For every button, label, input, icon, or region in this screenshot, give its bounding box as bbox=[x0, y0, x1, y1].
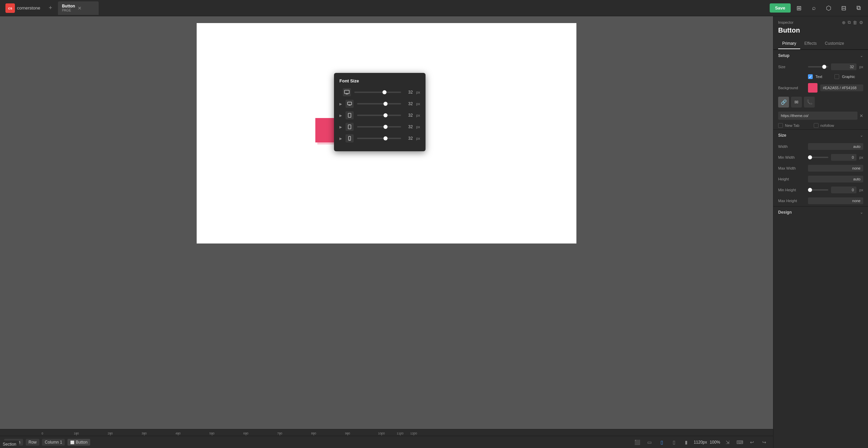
graphic-checkbox-label: Graphic bbox=[842, 75, 855, 79]
font-row-4: ▶ 32 px bbox=[339, 134, 420, 142]
min-width-slider[interactable] bbox=[808, 157, 828, 158]
tab-primary[interactable]: Primary bbox=[778, 38, 800, 49]
inspector-trash-icon-button[interactable]: 🗑 bbox=[853, 20, 857, 25]
text-checkbox[interactable]: ✓ bbox=[808, 74, 813, 79]
breadcrumb-row[interactable]: Row bbox=[26, 439, 39, 446]
font-unit-1: px bbox=[416, 102, 420, 106]
font-slider-thumb-0[interactable] bbox=[382, 90, 387, 94]
code-icon-button[interactable]: ⌨ bbox=[735, 437, 745, 447]
size-slider[interactable] bbox=[808, 66, 828, 67]
size-section-title: Size bbox=[778, 133, 860, 138]
background-label: Background bbox=[778, 86, 805, 90]
sliders-icon-button[interactable]: ⧉ bbox=[852, 1, 865, 15]
font-slider-thumb-4[interactable] bbox=[383, 136, 388, 140]
height-label: Height bbox=[778, 177, 805, 181]
font-row-3: ▶ 32 px bbox=[339, 123, 420, 131]
inspector-add-icon-button[interactable]: ⊕ bbox=[842, 20, 846, 25]
width-value[interactable]: auto bbox=[808, 143, 863, 150]
size-label: Size bbox=[778, 65, 805, 69]
min-height-value[interactable]: 0 bbox=[831, 187, 857, 193]
min-width-slider-thumb[interactable] bbox=[808, 155, 812, 159]
size-section-header[interactable]: Size ⌄ bbox=[773, 129, 868, 141]
min-width-value[interactable]: 0 bbox=[831, 154, 857, 161]
link-type-url-button[interactable]: 🔗 bbox=[778, 97, 789, 108]
canvas-size-label: 1120px bbox=[694, 440, 707, 445]
link-type-email-button[interactable]: ✉ bbox=[791, 97, 802, 108]
background-color-value[interactable]: #EA2A55 / #F54168 bbox=[820, 84, 863, 91]
svg-rect-3 bbox=[349, 105, 351, 105]
svg-rect-1 bbox=[346, 94, 348, 94]
font-slider-2[interactable] bbox=[357, 115, 401, 116]
box-icon-button[interactable]: ⬡ bbox=[822, 1, 835, 15]
size-slider-thumb[interactable] bbox=[822, 65, 826, 69]
font-device-icon-0 bbox=[343, 88, 351, 96]
height-row: Height auto bbox=[773, 174, 868, 184]
background-color-swatch[interactable] bbox=[808, 83, 817, 93]
font-row-0: 32 px bbox=[339, 88, 420, 96]
new-tab-checkbox[interactable] bbox=[778, 123, 783, 128]
device-tablet-button[interactable]: ▯ bbox=[657, 437, 667, 447]
ruler-mark-0: 0 bbox=[41, 432, 43, 435]
setup-section-title: Setup bbox=[778, 53, 860, 58]
font-unit-2: px bbox=[416, 113, 420, 117]
text-graphic-row: ✓ Text Graphic bbox=[773, 72, 868, 81]
layout-icon-button[interactable]: ⊟ bbox=[837, 1, 850, 15]
ruler-mark-1100: 1100 bbox=[397, 432, 403, 435]
font-value-1[interactable]: 32 bbox=[405, 101, 413, 106]
font-unit-4: px bbox=[416, 136, 420, 140]
min-height-slider-thumb[interactable] bbox=[808, 188, 812, 192]
undo-button[interactable]: ↩ bbox=[747, 437, 757, 447]
ruler-mark-1200: 1200 bbox=[410, 432, 417, 435]
height-value[interactable]: auto bbox=[808, 176, 863, 182]
font-value-0[interactable]: 32 bbox=[405, 90, 413, 95]
size-value[interactable]: 32 bbox=[831, 63, 857, 70]
font-device-icon-2 bbox=[346, 111, 354, 119]
font-slider-thumb-2[interactable] bbox=[383, 113, 388, 117]
font-slider-1[interactable] bbox=[357, 103, 401, 104]
font-value-3[interactable]: 32 bbox=[405, 124, 413, 129]
size-section-chevron-icon: ⌄ bbox=[860, 133, 863, 138]
tab-customize[interactable]: Customize bbox=[821, 38, 848, 49]
link-clear-button[interactable]: ✕ bbox=[860, 113, 863, 118]
max-width-value[interactable]: none bbox=[808, 165, 863, 172]
inspector-settings-icon-button[interactable]: ⚙ bbox=[859, 20, 863, 25]
breadcrumb-button[interactable]: ⬜Button bbox=[67, 439, 90, 446]
inspector-copy-icon-button[interactable]: ⧉ bbox=[848, 20, 851, 25]
font-slider-thumb-3[interactable] bbox=[383, 125, 388, 129]
search-icon-button[interactable]: ⌕ bbox=[807, 1, 821, 15]
save-button[interactable]: Save bbox=[770, 3, 791, 13]
ruler-mark-800: 800 bbox=[311, 432, 316, 435]
device-mobile-button[interactable]: ▮ bbox=[682, 437, 691, 447]
device-tablet-sm-button[interactable]: ▯ bbox=[669, 437, 679, 447]
svg-rect-4 bbox=[348, 113, 351, 117]
redo-button[interactable]: ↪ bbox=[760, 437, 769, 447]
max-height-value[interactable]: none bbox=[808, 197, 863, 204]
font-device-icon-4 bbox=[346, 134, 354, 142]
device-desktop-button[interactable]: ▭ bbox=[645, 437, 654, 447]
graphic-checkbox[interactable] bbox=[834, 74, 839, 79]
resize-icon-button[interactable]: ⇲ bbox=[723, 437, 732, 447]
tab-effects[interactable]: Effects bbox=[800, 38, 821, 49]
link-url-input[interactable] bbox=[778, 112, 857, 120]
logo-icon: cs bbox=[5, 3, 15, 13]
link-type-phone-button[interactable]: 📞 bbox=[804, 97, 815, 108]
breadcrumb-column[interactable]: Column 1 bbox=[42, 439, 65, 446]
add-tab-button[interactable]: + bbox=[46, 3, 55, 13]
grid-icon-button[interactable]: ⊞ bbox=[792, 1, 806, 15]
right-panel: Inspector ⊕ ⧉ 🗑 ⚙ Button Primary Effects… bbox=[773, 16, 868, 448]
design-section-header[interactable]: Design ⌄ bbox=[773, 206, 868, 218]
page-tab[interactable]: Button PAGE ✕ bbox=[58, 1, 99, 15]
font-value-2[interactable]: 32 bbox=[405, 113, 413, 118]
min-height-slider[interactable] bbox=[808, 189, 828, 191]
font-slider-3[interactable] bbox=[357, 126, 401, 128]
font-value-4[interactable]: 32 bbox=[405, 136, 413, 141]
font-slider-0[interactable] bbox=[354, 92, 401, 93]
setup-section-header[interactable]: Setup ⌄ bbox=[773, 50, 868, 61]
font-slider-thumb-1[interactable] bbox=[383, 102, 388, 106]
nofollow-checkbox[interactable] bbox=[814, 123, 818, 128]
ruler: 0 100 200 300 400 500 600 700 800 900 bbox=[0, 429, 773, 436]
font-slider-4[interactable] bbox=[357, 138, 401, 139]
device-desktop-xl-button[interactable]: ⬛ bbox=[633, 437, 642, 447]
tab-close-button[interactable]: ✕ bbox=[78, 5, 82, 11]
font-device-icon-3 bbox=[346, 123, 354, 131]
